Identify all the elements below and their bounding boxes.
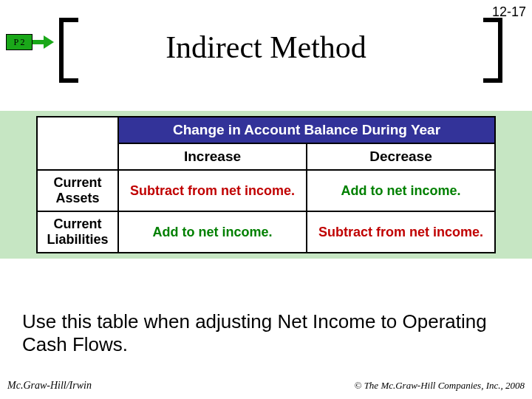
cell-increase: Subtract from net income. [118,170,307,211]
table-row: Current Liabilities Add to net income. S… [37,211,495,253]
adjustment-table: Change in Account Balance During Year In… [36,116,496,253]
caption-text: Use this table when adjusting Net Income… [22,310,510,356]
cell-decrease: Subtract from net income. [307,211,495,253]
table-header-main: Change in Account Balance During Year [118,117,495,143]
row-label: Current Liabilities [37,211,118,253]
slide: 12-17 P 2 Indirect Method Change in Acco… [0,0,532,399]
table-corner-blank [37,117,118,170]
footer-left: Mc.Graw-Hill/Irwin [7,380,92,392]
footer-right: © The Mc.Graw-Hill Companies, Inc., 2008 [355,380,525,392]
slide-title: Indirect Method [0,30,532,65]
cell-decrease: Add to net income. [307,170,495,211]
table-container: Change in Account Balance During Year In… [0,111,532,259]
row-label: Current Assets [37,170,118,211]
table-row: Current Assets Subtract from net income.… [37,170,495,211]
cell-increase: Add to net income. [118,211,307,253]
table-header-decrease: Decrease [307,143,495,170]
table-header-increase: Increase [118,143,307,170]
